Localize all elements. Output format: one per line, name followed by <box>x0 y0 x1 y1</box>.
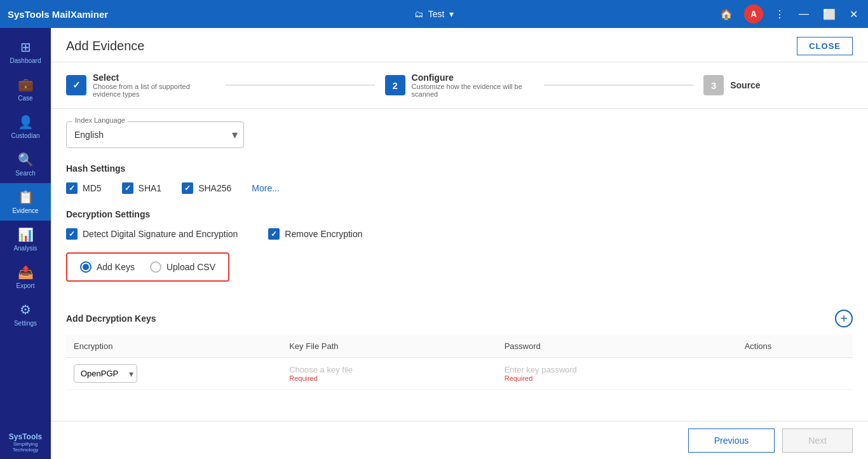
password-placeholder: Enter key password <box>505 365 729 374</box>
page-title: Add Evidence <box>66 39 144 53</box>
stepper: ✓ Select Choose from a list of supported… <box>51 62 868 109</box>
app-title: SysTools MailXaminer <box>8 9 108 20</box>
analysis-icon: 📊 <box>18 227 34 242</box>
radio-upload-csv[interactable]: Upload CSV <box>150 261 215 273</box>
encryption-select-wrapper: OpenPGP S/MIME ▾ <box>74 364 137 383</box>
step-check-select: ✓ <box>72 79 81 91</box>
topbar-center: 🗂 Test ▾ <box>414 9 454 19</box>
more-options-button[interactable]: ⋮ <box>772 6 787 23</box>
radio-outer-add-keys <box>80 261 92 273</box>
decryption-settings-title: Decryption Settings <box>66 209 853 219</box>
brand-bottom: SysTools Simplifying Technology <box>0 426 51 459</box>
index-language-select[interactable]: English French German Spanish <box>66 121 244 148</box>
hash-settings-group: Hash Settings MD5 SHA1 SHA256 More... <box>66 163 853 194</box>
decrypt-checkbox-row: Detect Digital Signature and Encryption … <box>66 228 853 240</box>
radio-add-keys[interactable]: Add Keys <box>80 261 135 273</box>
case-icon: 🗂 <box>414 9 423 19</box>
step-info-source: Source <box>730 80 760 90</box>
decryption-keys-group: Add Decryption Keys + Encryption Key Fil… <box>66 310 853 390</box>
topbar: SysTools MailXaminer 🗂 Test ▾ 🏠 A ⋮ — ⬜ … <box>0 0 868 28</box>
search-icon: 🔍 <box>18 152 34 167</box>
step-number-source: 3 <box>711 80 716 91</box>
step-line-1 <box>226 85 375 86</box>
radio-inner-add-keys <box>83 264 89 270</box>
case-dropdown-icon[interactable]: ▾ <box>449 9 454 19</box>
radio-label-upload-csv: Upload CSV <box>166 262 215 272</box>
step-circle-source: 3 <box>703 75 724 95</box>
close-button[interactable]: CLOSE <box>797 37 853 55</box>
sidebar-item-case[interactable]: 💼 Case <box>0 71 51 108</box>
col-actions: Actions <box>737 335 853 358</box>
case-name: Test <box>428 9 445 19</box>
sidebar-label-settings: Settings <box>14 320 37 327</box>
main-layout: ⊞ Dashboard 💼 Case 👤 Custodian 🔍 Search … <box>0 28 868 459</box>
maximize-button[interactable]: ⬜ <box>820 6 838 23</box>
sha256-label: SHA256 <box>198 183 231 193</box>
sidebar-label-case: Case <box>18 95 32 102</box>
brand-sub: Simplifying Technology <box>6 441 44 453</box>
step-desc-select: Choose from a list of supported evidence… <box>93 83 215 98</box>
evidence-icon: 📋 <box>18 189 34 205</box>
bottom-bar: Previous Next <box>51 421 868 459</box>
cell-actions <box>737 358 853 390</box>
sidebar-item-export[interactable]: 📤 Export <box>0 258 51 296</box>
cell-password: Enter key password Required <box>497 358 737 390</box>
more-hash-link[interactable]: More... <box>252 183 280 193</box>
col-key-file-path: Key File Path <box>281 335 496 358</box>
add-key-button[interactable]: + <box>835 310 853 327</box>
content-body: Index Language English French German Spa… <box>51 109 868 421</box>
encryption-select[interactable]: OpenPGP S/MIME <box>74 364 137 383</box>
remove-enc-checkbox[interactable] <box>268 228 280 240</box>
index-language-label: Index Language <box>72 116 128 124</box>
minimize-button[interactable]: — <box>796 6 811 22</box>
step-number-configure: 2 <box>392 80 397 91</box>
col-password: Password <box>497 335 737 358</box>
custodian-icon: 👤 <box>18 114 34 130</box>
sidebar-item-settings[interactable]: ⚙ Settings <box>0 296 51 333</box>
sidebar-label-custodian: Custodian <box>11 132 39 139</box>
step-line-2 <box>544 85 693 86</box>
table-row: OpenPGP S/MIME ▾ Choose a key file Requi… <box>66 358 853 390</box>
decrypt-keys-title: Add Decryption Keys <box>66 313 156 324</box>
previous-button[interactable]: Previous <box>688 428 775 453</box>
home-button[interactable]: 🏠 <box>717 6 735 23</box>
step-desc-configure: Customize how the evidence will be scann… <box>412 83 534 98</box>
checkbox-md5: MD5 <box>66 182 102 194</box>
radio-group-box: Add Keys Upload CSV <box>66 252 229 282</box>
index-language-wrapper: Index Language English French German Spa… <box>66 121 244 148</box>
step-info-configure: Configure Customize how the evidence wil… <box>412 72 534 98</box>
md5-checkbox[interactable] <box>66 182 78 194</box>
keys-header-row: Encryption Key File Path Password Action… <box>66 335 853 358</box>
checkbox-sha256: SHA256 <box>182 182 231 194</box>
next-button[interactable]: Next <box>782 428 853 453</box>
sha1-label: SHA1 <box>139 183 162 193</box>
keys-table: Encryption Key File Path Password Action… <box>66 335 853 390</box>
key-file-placeholder: Choose a key file <box>289 365 489 374</box>
sidebar-label-dashboard: Dashboard <box>10 57 41 64</box>
sidebar-item-analysis[interactable]: 📊 Analysis <box>0 221 51 258</box>
cell-key-file-path: Choose a key file Required <box>281 358 496 390</box>
decrypt-keys-header: Add Decryption Keys + <box>66 310 853 327</box>
md5-label: MD5 <box>83 183 102 193</box>
step-info-select: Select Choose from a list of supported e… <box>93 72 215 98</box>
sha1-checkbox[interactable] <box>122 182 133 194</box>
step-name-configure: Configure <box>412 72 534 83</box>
content-header: Add Evidence CLOSE <box>51 28 868 62</box>
sha256-checkbox[interactable] <box>182 182 193 194</box>
sidebar-item-dashboard[interactable]: ⊞ Dashboard <box>0 33 51 71</box>
keys-table-head: Encryption Key File Path Password Action… <box>66 335 853 358</box>
avatar[interactable]: A <box>744 4 763 24</box>
detect-sig-label: Detect Digital Signature and Encryption <box>83 229 238 239</box>
hash-settings-title: Hash Settings <box>66 163 853 174</box>
topbar-right: 🏠 A ⋮ — ⬜ ✕ <box>717 4 860 24</box>
sidebar-item-evidence[interactable]: 📋 Evidence <box>0 183 51 221</box>
radio-outer-upload-csv <box>150 261 161 273</box>
remove-enc-label: Remove Encryption <box>285 229 362 239</box>
detect-sig-checkbox[interactable] <box>66 228 78 240</box>
case-icon: 💼 <box>18 77 34 92</box>
window-close-button[interactable]: ✕ <box>847 6 860 23</box>
col-encryption: Encryption <box>66 335 281 358</box>
sidebar-item-search[interactable]: 🔍 Search <box>0 146 51 183</box>
sidebar-label-evidence: Evidence <box>12 207 38 214</box>
sidebar-item-custodian[interactable]: 👤 Custodian <box>0 108 51 146</box>
